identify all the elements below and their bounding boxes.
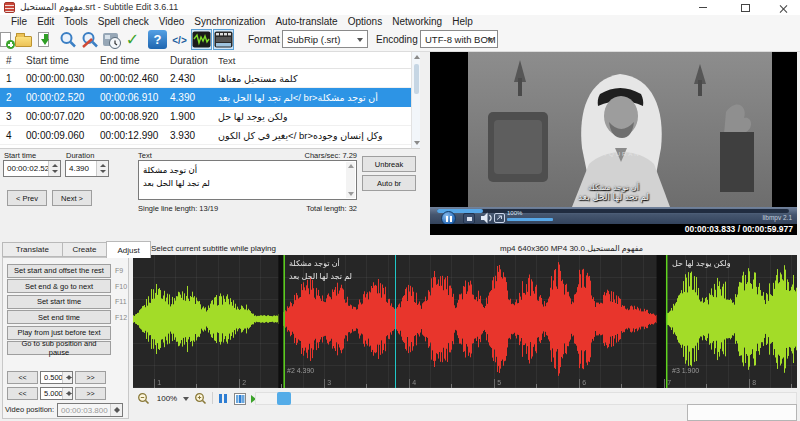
- help-icon: ?: [148, 30, 167, 49]
- volume-icon[interactable]: [480, 212, 493, 224]
- find-button[interactable]: [57, 29, 78, 50]
- auto-br-button[interactable]: Auto br: [362, 175, 416, 191]
- subtitle-list-body: 100:00:00.03000:00:02.4602.430كلمة مستحي…: [0, 69, 420, 145]
- adjust-button-2[interactable]: Set end & go to next: [7, 279, 111, 293]
- subtitle-row[interactable]: 200:00:02.52000:00:06.9104.390أن توجد مش…: [0, 88, 420, 107]
- waveform-view[interactable]: أن توجد مشكلة لم تجد لها الحل بعد ولكن ي…: [133, 255, 797, 388]
- open-file-button[interactable]: [12, 29, 33, 50]
- fullscreen-icon[interactable]: [494, 213, 505, 223]
- volume-slider[interactable]: [507, 218, 553, 221]
- next-button[interactable]: Next >: [52, 190, 92, 206]
- wave-zoom-in-button[interactable]: [192, 391, 209, 406]
- tab-adjust[interactable]: Adjust: [106, 241, 151, 258]
- spinner-icon[interactable]: [48, 161, 60, 176]
- minimize-button[interactable]: [688, 0, 718, 15]
- app-icon: [4, 2, 15, 13]
- video-control-bar: 100% libmpv 2.1: [430, 207, 797, 224]
- wave-vertical-zoom-button[interactable]: [215, 391, 230, 406]
- tab-create[interactable]: Create: [62, 242, 107, 257]
- cell-duration: 3.930: [170, 130, 218, 141]
- help-button[interactable]: ?: [147, 29, 168, 50]
- unbreak-button[interactable]: Unbreak: [362, 156, 416, 172]
- menu-item-video[interactable]: Video: [154, 15, 189, 29]
- cell-start-time: 00:00:07.020: [26, 111, 100, 122]
- minimize-icon: [699, 7, 707, 8]
- cell-number: 1: [0, 73, 26, 84]
- menu-item-spell-check[interactable]: Spell check: [93, 15, 154, 29]
- subtitle-row[interactable]: 400:00:09.06000:00:12.9903.930وكل إنسان …: [0, 126, 420, 145]
- wave-zoom-dropdown[interactable]: [181, 391, 191, 406]
- subtitle-text-area[interactable]: أن توجد مشكلة لم تجد لها الحل بعد: [138, 160, 357, 200]
- adjust-buttons: Set start and offset the restF9Set end &…: [7, 263, 127, 356]
- maximize-button[interactable]: [730, 0, 760, 15]
- close-button[interactable]: [768, 0, 798, 15]
- adjust-button-row: Set end & go to nextF10: [7, 279, 127, 295]
- save-button[interactable]: [34, 29, 55, 50]
- table-scroll-thumb[interactable]: [414, 64, 419, 94]
- video-position-label: Video position:: [5, 405, 54, 414]
- format-value: SubRip (.srt): [287, 34, 340, 45]
- adjust-button-6[interactable]: Go to sub position and pause: [7, 341, 111, 355]
- ruler-tick: 2: [239, 379, 246, 387]
- adjust-button-3[interactable]: Set start time: [7, 295, 111, 309]
- video-position-input[interactable]: 00:00:03.800: [57, 403, 123, 417]
- adjust-button-row: Play from just before text: [7, 325, 127, 341]
- format-select[interactable]: SubRip (.srt): [282, 30, 368, 48]
- ruler-tick: 1: [154, 379, 161, 387]
- cell-end-time: 00:00:12.990: [100, 130, 170, 141]
- fkey-label: F10: [111, 283, 127, 290]
- spinner-icon[interactable]: [110, 404, 122, 416]
- large-step-input[interactable]: 5.000: [40, 387, 73, 400]
- menu-item-edit[interactable]: Edit: [32, 15, 59, 29]
- video-toggle-button[interactable]: [213, 29, 234, 50]
- menu-item-networking[interactable]: Networking: [387, 15, 447, 29]
- prev-button[interactable]: < Prev: [7, 190, 47, 206]
- waveform-scroll-thumb[interactable]: [277, 392, 291, 405]
- menu-item-options[interactable]: Options: [343, 15, 387, 29]
- start-time-input[interactable]: 00:00:02.520: [3, 160, 61, 177]
- stop-button[interactable]: [463, 213, 475, 224]
- spectrogram-toggle-button[interactable]: [232, 391, 248, 406]
- menu-item-auto-translate[interactable]: Auto-translate: [270, 15, 342, 29]
- table-scrollbar[interactable]: [411, 52, 420, 148]
- small-step-input[interactable]: 0.500: [40, 371, 73, 384]
- menu-item-help[interactable]: Help: [447, 15, 478, 29]
- adjust-button-5[interactable]: Play from just before text: [7, 326, 111, 340]
- replace-button[interactable]: [79, 29, 100, 50]
- textarea-scrollbar[interactable]: [346, 162, 355, 198]
- large-step-fwd-button[interactable]: >>: [75, 387, 106, 400]
- small-step-fwd-button[interactable]: >>: [75, 371, 106, 384]
- adjust-button-4[interactable]: Set end time: [7, 310, 111, 324]
- ruler-tick: 4: [409, 379, 416, 387]
- adjust-button-1[interactable]: Set start and offset the rest: [7, 264, 111, 278]
- toolbar: ✓ ? </> Format SubRip (.srt) Encoding UT…: [0, 29, 800, 52]
- spinner-icon[interactable]: [96, 161, 108, 176]
- cell-text: أن توجد مشكلة<br />لم تجد لها الحل بعد: [218, 92, 420, 103]
- subtitle-list: #Start timeEnd timeDurationText 100:00:0…: [0, 52, 420, 149]
- large-step-back-button[interactable]: <<: [7, 387, 38, 400]
- menu-item-file[interactable]: File: [6, 15, 32, 29]
- spinner-icon[interactable]: [62, 372, 72, 383]
- wave-zoom-out-button[interactable]: [135, 391, 152, 406]
- scroll-down-icon: [414, 141, 420, 145]
- tab-translate[interactable]: Translate: [2, 242, 63, 257]
- subtitle-list-header-row: #Start timeEnd timeDurationText: [0, 52, 420, 69]
- cell-start-time: 00:00:00.030: [26, 73, 100, 84]
- waveform-toggle-button[interactable]: [191, 29, 212, 50]
- small-step-back-button[interactable]: <<: [7, 371, 38, 384]
- visual-sync-button[interactable]: [101, 29, 122, 50]
- scroll-up-icon: [414, 55, 420, 59]
- menu-item-tools[interactable]: Tools: [59, 15, 92, 29]
- video-screen[interactable]: IN:TQURAN.K أن توجد مشكلة لم تجد لها الح…: [430, 52, 797, 207]
- encoding-select[interactable]: UTF-8 with BOM: [420, 30, 498, 48]
- spinner-icon[interactable]: [62, 388, 72, 399]
- subtitle-row[interactable]: 100:00:00.03000:00:02.4602.430كلمة مستحي…: [0, 69, 420, 88]
- spell-check-button[interactable]: ✓: [122, 29, 143, 50]
- single-line-length: Single line length: 13/19: [138, 204, 218, 213]
- subtitle-row[interactable]: 300:00:07.02000:00:08.9201.900ولكن يوجد …: [0, 107, 420, 126]
- duration-input[interactable]: 4.390: [65, 160, 109, 177]
- menu-item-synchronization[interactable]: Synchronization: [189, 15, 270, 29]
- wave-zoom-value[interactable]: 100%: [153, 391, 181, 406]
- waveform-region3-line1: ولكن يوجد لها حل: [672, 259, 731, 268]
- source-view-button[interactable]: </>: [169, 29, 190, 50]
